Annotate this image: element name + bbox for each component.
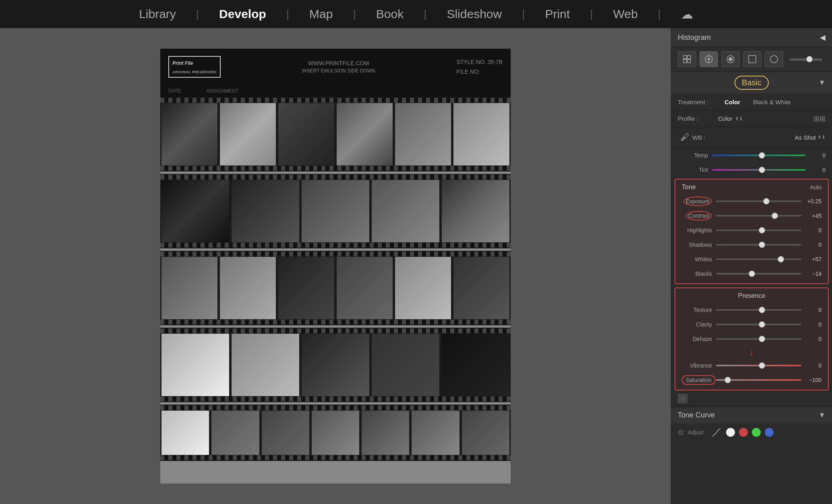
nav-web[interactable]: Web	[609, 7, 642, 21]
tool-circle-btn[interactable]	[765, 51, 783, 67]
basic-title[interactable]: Basic	[735, 76, 769, 90]
whites-value: +57	[801, 256, 822, 262]
nav-develop[interactable]: Develop	[215, 7, 270, 21]
clarity-value: 0	[801, 321, 822, 328]
panel-collapse-btn[interactable]: □	[678, 394, 687, 403]
adjust-row: ⊙ Adjust :	[671, 423, 832, 441]
top-navigation: Library | Develop | Map | Book | Slidesh…	[0, 0, 832, 28]
nav-sep-4: |	[420, 8, 430, 21]
highlights-slider-track[interactable]	[716, 229, 801, 231]
shadows-label: Shadows	[682, 242, 716, 248]
film-cell-4-4	[372, 334, 439, 396]
film-cell-4-1	[161, 334, 229, 396]
highlights-slider-thumb[interactable]	[759, 227, 765, 233]
highlights-label: Highlights	[682, 227, 716, 233]
profile-grid-icon[interactable]: ⊞⊞	[813, 114, 826, 123]
whites-slider-track[interactable]	[716, 258, 801, 260]
film-row-2	[160, 174, 511, 248]
nav-library[interactable]: Library	[135, 7, 180, 21]
vibrance-slider-track[interactable]	[716, 365, 801, 366]
curve-tool-icon[interactable]	[711, 427, 722, 438]
svg-rect-3	[687, 60, 691, 63]
presence-title: Presence	[738, 292, 766, 300]
print-file-logo: Print File ARCHIVAL PRESERVERS	[168, 56, 221, 78]
dehaze-slider-thumb[interactable]	[759, 336, 765, 342]
dehaze-slider-track[interactable]	[716, 338, 801, 340]
exposure-row: Exposure +0.25	[675, 194, 828, 209]
saturation-slider-thumb[interactable]	[724, 377, 731, 383]
shadows-slider-thumb[interactable]	[759, 242, 765, 248]
vibrance-slider-thumb[interactable]	[759, 362, 765, 369]
blacks-slider-track[interactable]	[716, 273, 801, 275]
whites-row: Whites +57	[675, 252, 828, 266]
film-cell-5-1	[161, 411, 209, 455]
tool-circle-dot-btn[interactable]	[700, 51, 718, 67]
contrast-slider-thumb[interactable]	[772, 213, 778, 219]
tint-row: Tint 0	[671, 163, 832, 177]
nav-print[interactable]: Print	[541, 7, 574, 21]
panel-collapse-btn-row: □	[671, 392, 832, 405]
cloud-icon[interactable]: ☁	[677, 7, 697, 21]
svg-point-11	[770, 56, 778, 63]
nav-slideshow[interactable]: Slideshow	[443, 7, 506, 21]
tool-grid-btn[interactable]	[678, 51, 696, 67]
profile-value: Color	[718, 115, 733, 122]
contrast-slider-track[interactable]	[716, 215, 801, 217]
nav-book[interactable]: Book	[372, 7, 408, 21]
film-cell-3-5	[395, 257, 451, 319]
tool-square-btn[interactable]	[743, 51, 762, 67]
adjust-dot-red[interactable]	[739, 428, 748, 437]
tint-slider-thumb[interactable]	[759, 167, 765, 173]
tint-label: Tint	[678, 167, 712, 173]
shadows-value: 0	[801, 242, 822, 248]
exposure-slider-track[interactable]	[716, 200, 801, 202]
film-cell-2-5	[442, 180, 509, 242]
color-treatment-btn[interactable]: Color	[718, 97, 747, 107]
bw-treatment-btn[interactable]: Black & White	[747, 97, 797, 107]
main-layout: Print File ARCHIVAL PRESERVERS WWW.PRINT…	[0, 28, 832, 504]
texture-slider-track[interactable]	[716, 309, 801, 311]
contrast-value: +45	[801, 213, 822, 219]
circle-dot-tool-icon	[704, 55, 713, 64]
basic-arrow[interactable]: ▼	[818, 78, 826, 87]
adjust-dot-green[interactable]	[752, 428, 761, 437]
tone-header: Tone Auto	[675, 182, 828, 194]
tool-radio-btn[interactable]	[721, 51, 740, 67]
tone-curve-arrow[interactable]: ▼	[818, 411, 826, 419]
shadows-slider-track[interactable]	[716, 244, 801, 246]
exposure-slider-thumb[interactable]	[763, 198, 770, 204]
tool-slider-thumb[interactable]	[806, 56, 813, 62]
clarity-slider-track[interactable]	[716, 324, 801, 325]
whites-slider-thumb[interactable]	[778, 256, 784, 262]
profile-selector[interactable]: Color ⬆⬇	[718, 115, 813, 122]
film-cell-5-3	[262, 411, 309, 455]
film-cell-3-3	[278, 257, 334, 319]
collapse-arrow[interactable]: ◀	[820, 33, 826, 42]
saturation-slider-track[interactable]	[716, 379, 801, 381]
blacks-slider-thumb[interactable]	[749, 271, 755, 277]
film-cell-4-3	[302, 334, 369, 396]
radio-tool-icon	[726, 55, 735, 64]
svg-rect-1	[687, 56, 691, 59]
film-cell-1-1	[161, 103, 217, 165]
perforations-bottom-5	[160, 455, 511, 460]
tint-slider-track[interactable]	[712, 169, 805, 171]
adjust-dot-blue[interactable]	[765, 428, 774, 437]
clarity-slider-thumb[interactable]	[759, 321, 765, 328]
temp-slider-thumb[interactable]	[759, 152, 765, 159]
dehaze-value: 0	[801, 336, 822, 342]
wb-arrows[interactable]: ⬆⬇	[818, 134, 826, 140]
nav-sep-2: |	[282, 8, 293, 21]
tone-auto-btn[interactable]: Auto	[810, 184, 822, 190]
nav-map[interactable]: Map	[305, 7, 337, 21]
texture-slider-thumb[interactable]	[759, 307, 765, 313]
tool-slider-track[interactable]	[790, 58, 822, 61]
saturation-row: Saturation −100	[675, 373, 828, 387]
adjust-dot-white[interactable]	[726, 428, 735, 437]
film-metadata-row: DATE: ASSIGNMENT:	[160, 85, 511, 97]
film-cell-4-5	[442, 334, 509, 396]
saturation-label: Saturation	[682, 375, 716, 385]
profile-arrows: ⬆⬇	[735, 116, 743, 122]
wb-dropper-icon[interactable]: 🖋	[678, 130, 692, 145]
temp-slider-track[interactable]	[712, 155, 805, 156]
